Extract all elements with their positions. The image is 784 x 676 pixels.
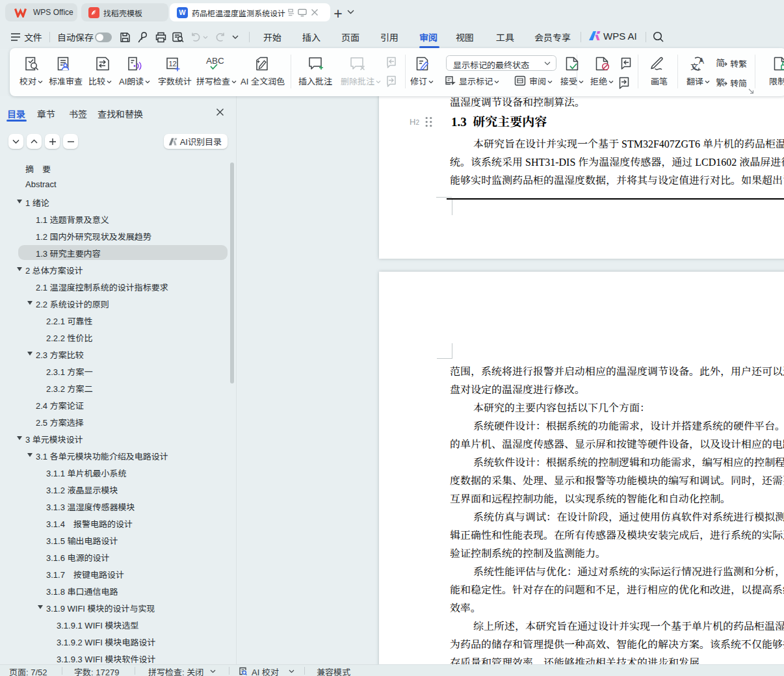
svg-text:12: 12	[169, 60, 177, 68]
svg-text:ABC: ABC	[206, 56, 224, 66]
